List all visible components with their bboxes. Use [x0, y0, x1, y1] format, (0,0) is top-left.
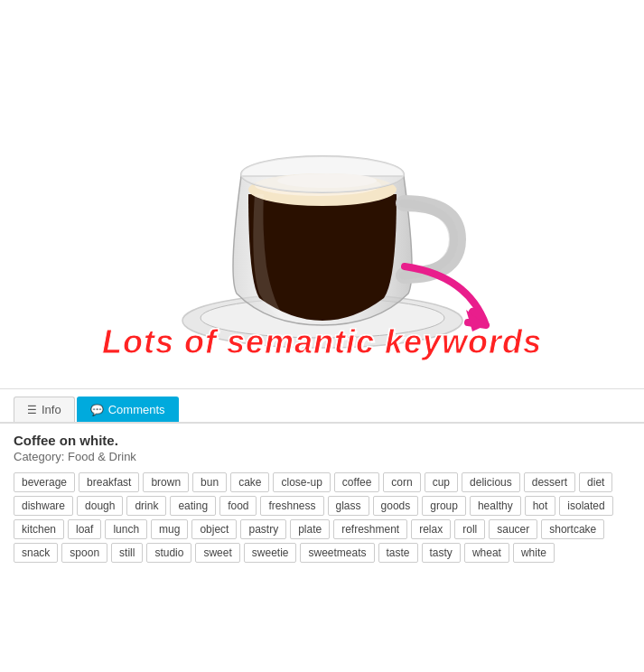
tag[interactable]: hot [525, 496, 556, 516]
tag[interactable]: saucer [489, 519, 537, 539]
tag[interactable]: group [422, 496, 466, 516]
info-icon: ☰ [27, 404, 37, 416]
tag[interactable]: delicious [462, 472, 520, 492]
tag[interactable]: breakfast [79, 472, 139, 492]
tag[interactable]: loaf [68, 519, 101, 539]
tag[interactable]: pastry [240, 519, 286, 539]
tag[interactable]: goods [373, 496, 419, 516]
tag[interactable]: still [111, 543, 143, 563]
tag[interactable]: diet [579, 472, 612, 492]
comments-icon: 💬 [90, 404, 104, 416]
tag[interactable]: wheat [464, 543, 509, 563]
category-label: Category: [14, 450, 64, 463]
image-title: Coffee on white. [14, 433, 630, 448]
tag[interactable]: isolated [559, 496, 612, 516]
tag[interactable]: refreshment [333, 519, 407, 539]
tag[interactable]: white [513, 543, 555, 563]
tabs-area: ☰ Info 💬 Comments [0, 388, 644, 422]
tag[interactable]: drink [126, 496, 166, 516]
tabs-row: ☰ Info 💬 Comments [14, 397, 630, 422]
tag[interactable]: glass [328, 496, 369, 516]
tab-comments-label: Comments [108, 403, 165, 416]
svg-point-7 [241, 156, 404, 192]
tag[interactable]: corn [383, 472, 420, 492]
tag[interactable]: freshness [260, 496, 323, 516]
tag[interactable]: snack [14, 543, 58, 563]
tag[interactable]: eating [170, 496, 216, 516]
tag[interactable]: healthy [470, 496, 521, 516]
tag[interactable]: dishware [14, 496, 73, 516]
tags-container: beveragebreakfastbrownbuncakeclose-upcof… [14, 472, 630, 563]
tag[interactable]: beverage [14, 472, 75, 492]
tag[interactable]: kitchen [14, 519, 64, 539]
tag[interactable]: brown [143, 472, 189, 492]
tag[interactable]: dough [77, 496, 123, 516]
tag[interactable]: cup [425, 472, 458, 492]
tag[interactable]: roll [454, 519, 485, 539]
tag[interactable]: shortcake [541, 519, 604, 539]
tag[interactable]: cake [230, 472, 269, 492]
tag[interactable]: food [219, 496, 257, 516]
tag[interactable]: plate [290, 519, 330, 539]
tag[interactable]: relax [411, 519, 451, 539]
tab-comments[interactable]: 💬 Comments [77, 397, 179, 422]
tag[interactable]: mug [151, 519, 188, 539]
tag[interactable]: dessert [524, 472, 575, 492]
category-value: Food & Drink [68, 450, 136, 463]
tab-info[interactable]: ☰ Info [14, 397, 75, 422]
tag[interactable]: spoon [61, 543, 107, 563]
tag[interactable]: sweet [195, 543, 239, 563]
arrow-icon [387, 257, 504, 339]
tag[interactable]: coffee [334, 472, 379, 492]
tab-info-label: Info [42, 403, 61, 416]
overlay-text: Lots of semantic keywords [0, 323, 644, 361]
tag[interactable]: taste [378, 543, 418, 563]
tag[interactable]: bun [192, 472, 227, 492]
tag[interactable]: sweetmeats [300, 543, 374, 563]
tag[interactable]: lunch [105, 519, 147, 539]
tag[interactable]: close-up [273, 472, 330, 492]
tag[interactable]: object [191, 519, 237, 539]
tag[interactable]: tasty [422, 543, 461, 563]
tag[interactable]: sweetie [244, 543, 297, 563]
image-area: Lots of semantic keywords [0, 0, 644, 388]
category-line: Category: Food & Drink [14, 450, 630, 463]
tag[interactable]: studio [146, 543, 191, 563]
content-area: Coffee on white. Category: Food & Drink … [0, 422, 644, 572]
